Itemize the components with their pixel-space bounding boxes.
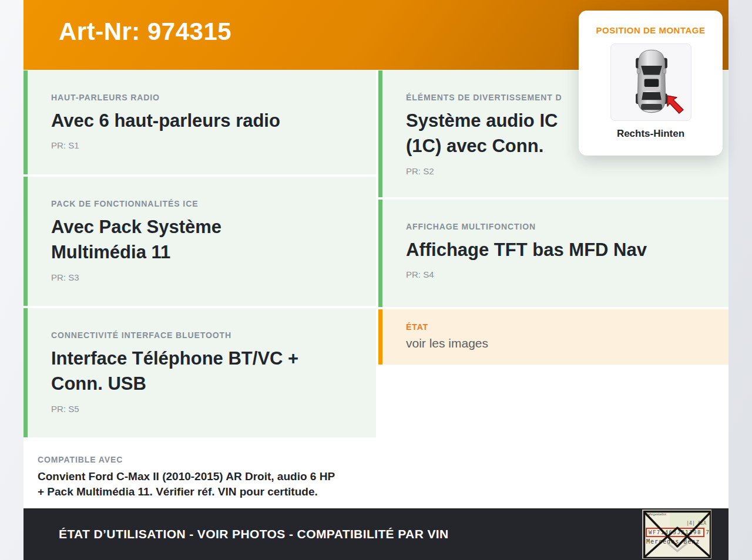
feature-card-title: Avec 6 haut-parleurs radio: [51, 108, 358, 133]
feature-card-pr-code: PR: S4: [406, 269, 711, 279]
feature-card-title: Avec Pack Système Multimédia 11: [51, 214, 358, 265]
compatibility-card: COMPATIBLE AVEC Convient Ford C-Max II (…: [24, 440, 376, 508]
article-number-title: Art-Nr: 974315: [59, 18, 231, 46]
feature-card-pr-code: PR: S3: [51, 272, 358, 282]
position-arrow-icon: [664, 92, 687, 116]
footer-text: ÉTAT D’UTILISATION - VOIR PHOTOS - COMPA…: [24, 527, 449, 541]
etat-label: ÉTAT: [406, 322, 711, 332]
compatibility-label: COMPATIBLE AVEC: [38, 455, 364, 464]
position-de-montage-card: POSITION DE MONTAGE: [579, 11, 723, 156]
feature-card-haut-parleurs: HAUT-PARLEURS RADIO Avec 6 haut-parleurs…: [24, 70, 376, 174]
feature-card-label: PACK DE FONCTIONNALITÉS ICE: [51, 199, 358, 208]
car-position-image: [610, 43, 691, 121]
etat-card: ÉTAT voir les images: [378, 309, 728, 365]
feature-card-label: AFFICHAGE MULTIFONCTION: [406, 222, 711, 231]
feature-card-label: CONNECTIVITÉ INTERFACE BLUETOOTH: [51, 330, 358, 340]
etat-text: voir les images: [406, 336, 711, 350]
envelope-icon: [643, 510, 711, 559]
feature-card-pr-code: PR: S2: [406, 166, 711, 176]
feature-card-pr-code: PR: S1: [51, 140, 358, 150]
position-card-label: POSITION DE MONTAGE: [579, 25, 723, 35]
compatibility-text: Convient Ford C-Max II (2010-2015) AR Dr…: [38, 469, 364, 500]
position-caption: Rechts-Hinten: [579, 128, 723, 140]
feature-card-title: Interface Téléphone BT/VC + Conn. USB: [51, 346, 358, 397]
feature-card-pr-code: PR: S5: [51, 404, 358, 414]
feature-card-bluetooth: CONNECTIVITÉ INTERFACE BLUETOOTH Interfa…: [24, 308, 376, 437]
feature-card-label: HAUT-PARLEURS RADIO: [51, 93, 358, 102]
footer-banner: ÉTAT D’UTILISATION - VOIR PHOTOS - COMPA…: [24, 508, 728, 560]
feature-card-affichage: AFFICHAGE MULTIFONCTION Affichage TFT ba…: [378, 200, 728, 307]
feature-card-title: Affichage TFT bas MFD Nav: [406, 237, 711, 262]
vin-document-thumbnail: Fahrgestellnr. |4| AiA WF71463J31298 7 M…: [642, 510, 711, 559]
feature-card-pack-ice: PACK DE FONCTIONNALITÉS ICE Avec Pack Sy…: [24, 177, 376, 306]
